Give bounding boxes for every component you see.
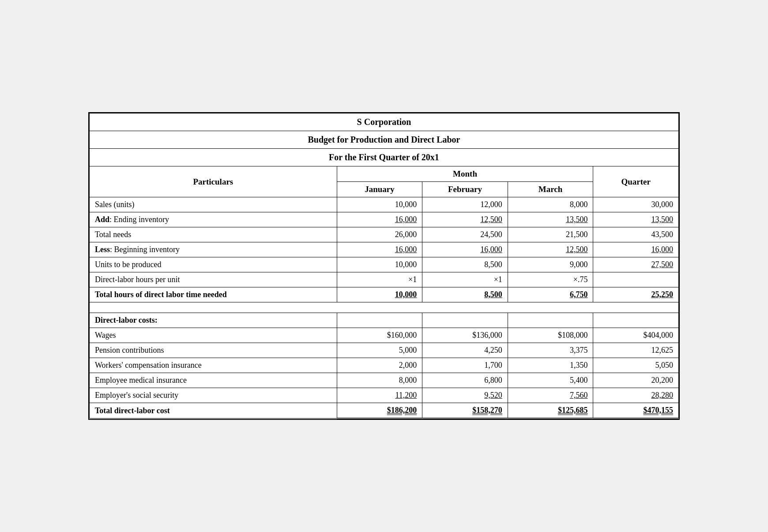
- total-needs-jan: 26,000: [337, 227, 422, 242]
- ending-inv-mar: 13,500: [508, 212, 593, 227]
- social-security-row: Employer's social security 11,200 9,520 …: [90, 388, 679, 403]
- pension-mar: 3,375: [508, 343, 593, 358]
- sales-label: Sales (units): [90, 197, 337, 212]
- social-security-label: Employer's social security: [90, 388, 337, 403]
- total-hours-feb: 8,500: [422, 287, 508, 302]
- total-hours-mar: 6,750: [508, 287, 593, 302]
- units-produced-row: Units to be produced 10,000 8,500 9,000 …: [90, 257, 679, 272]
- pension-qtr: 12,625: [593, 343, 679, 358]
- units-produced-jan: 10,000: [337, 257, 422, 272]
- pension-feb: 4,250: [422, 343, 508, 358]
- total-needs-row: Total needs 26,000 24,500 21,500 43,500: [90, 227, 679, 242]
- units-produced-mar: 9,000: [508, 257, 593, 272]
- medical-insurance-mar: 5,400: [508, 373, 593, 388]
- wages-row: Wages $160,000 $136,000 $108,000 $404,00…: [90, 328, 679, 343]
- total-hours-label: Total hours of direct labor time needed: [90, 287, 337, 302]
- sales-mar: 8,000: [508, 197, 593, 212]
- beginning-inv-feb: 16,000: [422, 242, 508, 257]
- ending-inv-label: Add: Ending inventory: [90, 212, 337, 227]
- empty-row-1: [90, 302, 679, 313]
- total-direct-labor-mar: $125,685: [508, 403, 593, 419]
- labor-hours-unit-feb: ×1: [422, 272, 508, 287]
- total-hours-jan: 10,000: [337, 287, 422, 302]
- wages-qtr: $404,000: [593, 328, 679, 343]
- total-needs-qtr: 43,500: [593, 227, 679, 242]
- units-produced-label: Units to be produced: [90, 257, 337, 272]
- quarter-header: Quarter: [593, 166, 679, 197]
- title-1: S Corporation: [90, 113, 679, 131]
- direct-labor-costs-label: Direct-labor costs:: [90, 313, 337, 328]
- workers-comp-row: Workers' compensation insurance 2,000 1,…: [90, 358, 679, 373]
- medical-insurance-qtr: 20,200: [593, 373, 679, 388]
- workers-comp-label: Workers' compensation insurance: [90, 358, 337, 373]
- total-needs-label: Total needs: [90, 227, 337, 242]
- beginning-inv-qtr: 16,000: [593, 242, 679, 257]
- total-needs-mar: 21,500: [508, 227, 593, 242]
- title-row-1: S Corporation: [90, 113, 679, 131]
- units-produced-qtr: 27,500: [593, 257, 679, 272]
- sales-row: Sales (units) 10,000 12,000 8,000 30,000: [90, 197, 679, 212]
- total-direct-labor-qtr: $470,155: [593, 403, 679, 419]
- ending-inventory-row: Add: Ending inventory 16,000 12,500 13,5…: [90, 212, 679, 227]
- beginning-inv-mar: 12,500: [508, 242, 593, 257]
- ending-inv-jan: 16,000: [337, 212, 422, 227]
- social-security-feb: 9,520: [422, 388, 508, 403]
- total-direct-labor-row: Total direct-labor cost $186,200 $158,27…: [90, 403, 679, 419]
- beginning-inventory-row: Less: Beginning inventory 16,000 16,000 …: [90, 242, 679, 257]
- labor-hours-unit-row: Direct-labor hours per unit ×1 ×1 ×.75: [90, 272, 679, 287]
- direct-labor-costs-section: Direct-labor costs:: [90, 313, 679, 328]
- wages-feb: $136,000: [422, 328, 508, 343]
- empty-cell: [90, 302, 679, 313]
- medical-insurance-row: Employee medical insurance 8,000 6,800 5…: [90, 373, 679, 388]
- total-direct-labor-jan: $186,200: [337, 403, 422, 419]
- total-direct-labor-feb: $158,270: [422, 403, 508, 419]
- header-month-row: Particulars Month Quarter: [90, 166, 679, 182]
- sales-qtr: 30,000: [593, 197, 679, 212]
- labor-hours-unit-jan: ×1: [337, 272, 422, 287]
- main-table-container: S Corporation Budget for Production and …: [88, 112, 680, 420]
- january-header: January: [337, 182, 422, 197]
- social-security-qtr: 28,280: [593, 388, 679, 403]
- march-header: March: [508, 182, 593, 197]
- title-row-3: For the First Quarter of 20x1: [90, 149, 679, 166]
- beginning-inv-jan: 16,000: [337, 242, 422, 257]
- title-3: For the First Quarter of 20x1: [90, 149, 679, 166]
- wages-label: Wages: [90, 328, 337, 343]
- medical-insurance-label: Employee medical insurance: [90, 373, 337, 388]
- sales-feb: 12,000: [422, 197, 508, 212]
- sales-jan: 10,000: [337, 197, 422, 212]
- wages-jan: $160,000: [337, 328, 422, 343]
- total-direct-labor-label: Total direct-labor cost: [90, 403, 337, 419]
- ending-inv-qtr: 13,500: [593, 212, 679, 227]
- wages-mar: $108,000: [508, 328, 593, 343]
- medical-insurance-feb: 6,800: [422, 373, 508, 388]
- labor-hours-unit-mar: ×.75: [508, 272, 593, 287]
- workers-comp-feb: 1,700: [422, 358, 508, 373]
- month-header: Month: [337, 166, 593, 182]
- february-header: February: [422, 182, 508, 197]
- pension-label: Pension contributions: [90, 343, 337, 358]
- beginning-inv-label: Less: Beginning inventory: [90, 242, 337, 257]
- social-security-jan: 11,200: [337, 388, 422, 403]
- workers-comp-jan: 2,000: [337, 358, 422, 373]
- particulars-header: Particulars: [90, 166, 337, 197]
- total-hours-qtr: 25,250: [593, 287, 679, 302]
- workers-comp-mar: 1,350: [508, 358, 593, 373]
- medical-insurance-jan: 8,000: [337, 373, 422, 388]
- units-produced-feb: 8,500: [422, 257, 508, 272]
- total-hours-row: Total hours of direct labor time needed …: [90, 287, 679, 302]
- ending-inv-feb: 12,500: [422, 212, 508, 227]
- labor-hours-unit-label: Direct-labor hours per unit: [90, 272, 337, 287]
- pension-jan: 5,000: [337, 343, 422, 358]
- social-security-mar: 7,560: [508, 388, 593, 403]
- title-row-2: Budget for Production and Direct Labor: [90, 131, 679, 149]
- workers-comp-qtr: 5,050: [593, 358, 679, 373]
- pension-row: Pension contributions 5,000 4,250 3,375 …: [90, 343, 679, 358]
- total-needs-feb: 24,500: [422, 227, 508, 242]
- title-2: Budget for Production and Direct Labor: [90, 131, 679, 149]
- labor-hours-unit-qtr: [593, 272, 679, 287]
